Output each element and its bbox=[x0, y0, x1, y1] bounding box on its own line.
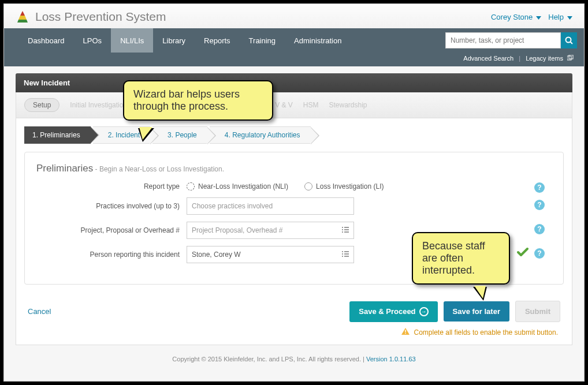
phase-vv: V & V bbox=[275, 101, 293, 109]
nav-dashboard[interactable]: Dashboard bbox=[18, 28, 74, 53]
app-frame: Loss Prevention System Corey Stone Help … bbox=[3, 3, 585, 382]
project-input[interactable]: Project Proposal, Overhead # bbox=[187, 222, 354, 239]
svg-marker-3 bbox=[536, 16, 541, 20]
svg-rect-17 bbox=[342, 253, 343, 255]
callout-save-later: Because staff are often interrupted. bbox=[412, 232, 510, 285]
help-icon[interactable]: ? bbox=[534, 224, 545, 234]
nav-sublinks: Advanced Search | Legacy items bbox=[4, 53, 584, 66]
phase-initial-investigation: Initial Investigation bbox=[70, 101, 127, 109]
footer: Copyright © 2015 Kleinfelder, Inc. and L… bbox=[4, 350, 584, 368]
radio-icon bbox=[187, 182, 195, 190]
substep-regulatory[interactable]: 4. Regulatory Authorities bbox=[210, 126, 311, 144]
svg-marker-2 bbox=[17, 20, 28, 23]
svg-rect-20 bbox=[344, 256, 349, 257]
svg-rect-14 bbox=[344, 231, 349, 233]
nav-nli-lis[interactable]: NLI/LIs bbox=[111, 28, 153, 53]
save-proceed-button[interactable]: Save & Proceed → bbox=[349, 301, 437, 322]
svg-point-5 bbox=[566, 38, 571, 43]
svg-rect-10 bbox=[344, 227, 349, 228]
radio-nli[interactable]: Near-Loss Investigation (NLI) bbox=[187, 182, 288, 190]
svg-rect-18 bbox=[344, 253, 349, 255]
app-title: Loss Prevention System bbox=[35, 10, 166, 24]
incident-panel: Setup Initial Investigation Implementati… bbox=[16, 92, 572, 345]
search-icon bbox=[565, 36, 573, 44]
svg-marker-1 bbox=[18, 16, 27, 20]
advanced-search-link[interactable]: Advanced Search bbox=[463, 55, 513, 62]
submit-warning: Complete all fields to enable the submit… bbox=[16, 326, 572, 345]
header-bar: Loss Prevention System Corey Stone Help bbox=[4, 4, 584, 28]
help-icon[interactable]: ? bbox=[534, 182, 545, 193]
page-body: New Incident Setup Initial Investigation… bbox=[4, 66, 584, 350]
practices-input[interactable]: Choose practices involved bbox=[187, 197, 354, 215]
radio-icon bbox=[304, 182, 312, 190]
help-icon[interactable]: ? bbox=[534, 200, 545, 210]
svg-rect-16 bbox=[344, 251, 349, 252]
svg-rect-15 bbox=[342, 251, 343, 252]
svg-marker-0 bbox=[20, 11, 25, 16]
svg-rect-11 bbox=[342, 229, 343, 230]
help-icon[interactable]: ? bbox=[534, 248, 545, 259]
search-button[interactable] bbox=[561, 32, 577, 48]
caret-down-icon bbox=[536, 13, 541, 21]
svg-rect-19 bbox=[342, 256, 343, 257]
project-label: Project, Proposal or Overhead # bbox=[36, 226, 187, 234]
nav-administration[interactable]: Administration bbox=[285, 28, 351, 53]
cancel-button[interactable]: Cancel bbox=[28, 307, 51, 316]
svg-line-6 bbox=[571, 42, 573, 44]
caret-down-icon bbox=[567, 13, 572, 21]
submit-button: Submit bbox=[515, 301, 560, 322]
substep-people[interactable]: 3. People bbox=[152, 126, 207, 144]
substep-bar: 1. Preliminaries 2. Incident 3. People 4… bbox=[16, 118, 572, 144]
svg-rect-12 bbox=[344, 229, 349, 230]
user-menu[interactable]: Corey Stone bbox=[491, 13, 541, 21]
svg-rect-23 bbox=[405, 333, 406, 334]
main-nav: Dashboard LPOs NLI/LIs Library Reports T… bbox=[4, 28, 584, 53]
phase-setup[interactable]: Setup bbox=[24, 98, 59, 112]
svg-marker-4 bbox=[567, 16, 572, 20]
list-picker-icon bbox=[342, 226, 349, 234]
nav-library[interactable]: Library bbox=[153, 28, 195, 53]
practices-label: Practices involved (up to 3) bbox=[36, 202, 187, 210]
person-label: Person reporting this incident bbox=[36, 251, 187, 259]
legacy-items-link[interactable]: Legacy items bbox=[526, 55, 563, 62]
radio-li[interactable]: Loss Investigation (LI) bbox=[304, 182, 384, 190]
action-row: Cancel Save & Proceed → Save for later S… bbox=[16, 293, 572, 326]
substep-preliminaries[interactable]: 1. Preliminaries bbox=[24, 126, 91, 144]
nav-lpos[interactable]: LPOs bbox=[74, 28, 111, 53]
wizard-phase-bar: Setup Initial Investigation Implementati… bbox=[16, 92, 572, 118]
list-picker-icon bbox=[342, 251, 349, 259]
report-type-label: Report type bbox=[36, 182, 187, 190]
phase-stewardship: Stewardship bbox=[329, 101, 367, 109]
panel-title: New Incident bbox=[16, 73, 572, 92]
external-link-icon bbox=[567, 55, 574, 62]
callout-wizard: Wizard bar helps users through the proce… bbox=[123, 80, 273, 121]
section-heading: Preliminaries - Begin a Near-Loss or Los… bbox=[36, 163, 552, 174]
svg-rect-13 bbox=[342, 231, 343, 233]
svg-rect-9 bbox=[342, 227, 343, 228]
svg-rect-22 bbox=[405, 330, 406, 332]
arrow-right-circle-icon: → bbox=[419, 307, 429, 316]
phase-hsm: HSM bbox=[303, 101, 319, 109]
check-icon bbox=[517, 247, 529, 260]
nav-training[interactable]: Training bbox=[240, 28, 285, 53]
person-input[interactable]: Stone, Corey W bbox=[187, 246, 354, 263]
save-later-button[interactable]: Save for later bbox=[444, 301, 509, 322]
warning-icon bbox=[401, 328, 410, 337]
app-logo-icon bbox=[16, 10, 29, 24]
search-input[interactable] bbox=[445, 32, 561, 48]
help-menu[interactable]: Help bbox=[548, 13, 572, 21]
nav-reports[interactable]: Reports bbox=[195, 28, 240, 53]
version-link[interactable]: Version 1.0.11.63 bbox=[366, 356, 416, 362]
